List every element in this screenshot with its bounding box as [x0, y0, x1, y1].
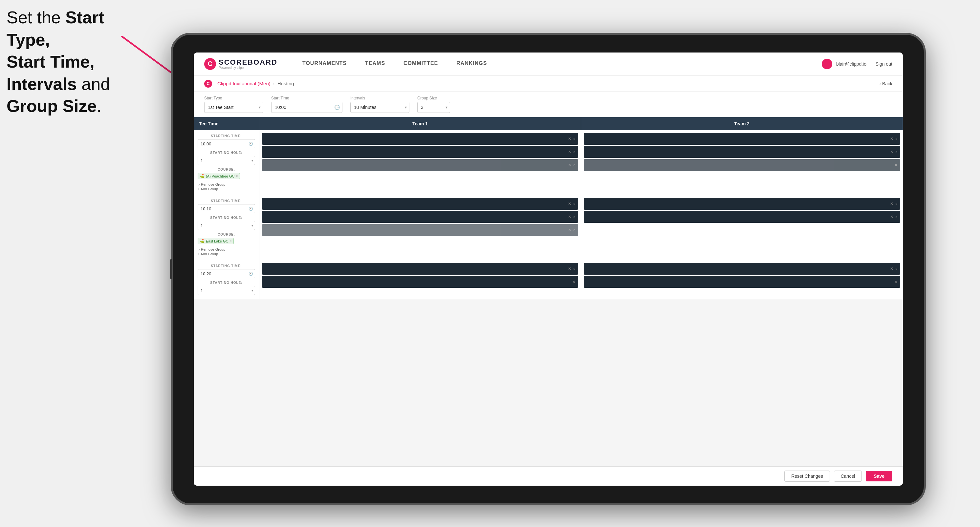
player-row-6-1: ✕ ○	[584, 263, 900, 275]
start-type-select[interactable]: 1st Tee Start Shotgun Start	[204, 102, 263, 113]
sign-out-link[interactable]: Sign out	[876, 61, 892, 67]
clock-icon-2: 🕙	[248, 207, 253, 211]
back-button[interactable]: ‹ Back	[879, 81, 892, 86]
start-type-select-wrap: 1st Tee Start Shotgun Start	[204, 102, 263, 113]
player-edit-5-1[interactable]: ○	[573, 267, 576, 271]
hole-select-2[interactable]: 1 10	[198, 221, 255, 230]
player-edit-2-2[interactable]: ○	[895, 150, 897, 154]
navbar: C SCOREBOARD Powered by clipp TOURNAMENT…	[194, 52, 903, 75]
course-label-2: COURSE:	[198, 233, 255, 236]
remove-group-1[interactable]: ○ Remove Group	[198, 183, 255, 186]
logo: C SCOREBOARD Powered by clipp	[204, 58, 277, 70]
starting-time-input-1[interactable]	[198, 139, 255, 148]
player-edit-1-2[interactable]: ○	[573, 150, 576, 154]
player-edit-3-2[interactable]: ○	[573, 214, 576, 219]
starting-time-wrap-1: 🕙	[198, 139, 255, 148]
player-row-4-2: ✕ ○	[584, 211, 900, 223]
player-edit-4-2[interactable]: ○	[895, 214, 897, 219]
player-remove-4-2[interactable]: ✕	[890, 214, 893, 219]
player-remove-1-1[interactable]: ✕	[568, 137, 571, 141]
group-row-3: STARTING TIME: 🕙 STARTING HOLE: 1 10	[194, 260, 903, 299]
save-button[interactable]: Save	[866, 471, 892, 481]
player-edit-1-1[interactable]: ○	[573, 137, 576, 141]
player-row-1-3: ✕ ○	[262, 159, 578, 171]
course-icon-2: ⛳	[200, 239, 205, 243]
annotation-text: Set the Start Type,Start Time,Intervals …	[6, 6, 111, 117]
start-time-label: Start Time	[271, 96, 342, 100]
add-group-1[interactable]: + Add Group	[198, 187, 255, 191]
player-edit-2-1[interactable]: ○	[895, 137, 897, 141]
player-row-4-1: ✕ ○	[584, 198, 900, 210]
course-tag-1: ⛳ (A) Peachtree GC ×	[198, 173, 240, 179]
player-row-2-1: ✕ ○	[584, 133, 900, 145]
course-remove-1[interactable]: ×	[236, 174, 238, 178]
tab-committee[interactable]: COMMITTEE	[394, 52, 447, 75]
intervals-select[interactable]: 10 Minutes 8 Minutes 12 Minutes	[350, 102, 409, 113]
tab-rankings[interactable]: RANKINGS	[447, 52, 496, 75]
player-remove-3-3[interactable]: ✕	[568, 228, 571, 232]
remove-group-icon-1: ○	[198, 183, 200, 186]
player-edit-6-1[interactable]: ○	[895, 267, 897, 271]
player-edit-3-1[interactable]: ○	[573, 202, 576, 206]
player-edit-4-1[interactable]: ○	[895, 202, 897, 206]
breadcrumb-separator: ›	[273, 81, 275, 86]
separator: |	[870, 61, 872, 67]
clock-icon: 🕙	[334, 105, 340, 110]
remove-group-2[interactable]: ○ Remove Group	[198, 248, 255, 251]
start-time-input-wrap: 🕙	[271, 102, 342, 113]
player-row-5-2: ✕	[262, 276, 578, 288]
col-team2: Team 2	[581, 117, 903, 130]
player-edit-1-3[interactable]: ○	[573, 163, 576, 167]
player-remove-1-2[interactable]: ✕	[568, 150, 571, 154]
hole-select-1[interactable]: 1 10	[198, 156, 255, 165]
start-time-input[interactable]	[271, 102, 342, 113]
course-remove-2[interactable]: ×	[229, 239, 231, 243]
starting-time-input-3[interactable]	[198, 269, 255, 278]
player-remove-2-2[interactable]: ✕	[890, 150, 893, 154]
settings-row: Start Type 1st Tee Start Shotgun Start S…	[194, 92, 903, 117]
player-remove-6-2[interactable]: ✕	[894, 279, 897, 284]
team2-panel-2: ✕ ○ ✕ ○	[581, 195, 903, 260]
group-size-select[interactable]: 3 2 4	[417, 102, 450, 113]
avatar	[822, 59, 832, 69]
player-remove-4-1[interactable]: ✕	[890, 202, 893, 206]
starting-time-label-2: STARTING TIME:	[198, 199, 255, 203]
player-remove-3-2[interactable]: ✕	[568, 214, 571, 219]
group-row-1: STARTING TIME: 🕙 STARTING HOLE: 1 10 COU…	[194, 130, 903, 195]
add-group-2[interactable]: + Add Group	[198, 252, 255, 256]
cancel-button[interactable]: Cancel	[834, 471, 862, 482]
nav-user: blair@clippd.io | Sign out	[822, 59, 892, 69]
starting-time-input-2[interactable]	[198, 204, 255, 213]
player-row-2-3: ✕	[584, 159, 900, 171]
player-row-1-1: ✕ ○	[262, 133, 578, 145]
tab-teams[interactable]: TEAMS	[356, 52, 394, 75]
player-row-3-1: ✕ ○	[262, 198, 578, 210]
main-content[interactable]: STARTING TIME: 🕙 STARTING HOLE: 1 10 COU…	[194, 130, 903, 466]
reset-changes-button[interactable]: Reset Changes	[784, 471, 830, 482]
hole-select-3[interactable]: 1 10	[198, 286, 255, 295]
course-name-1: (A) Peachtree GC	[206, 174, 234, 178]
player-row-3-2: ✕ ○	[262, 211, 578, 223]
player-remove-2-3[interactable]: ✕	[894, 163, 897, 167]
tab-tournaments[interactable]: TOURNAMENTS	[293, 52, 356, 75]
left-panel-3: STARTING TIME: 🕙 STARTING HOLE: 1 10	[194, 260, 259, 299]
intervals-label: Intervals	[350, 96, 409, 100]
player-remove-2-1[interactable]: ✕	[890, 137, 893, 141]
intervals-group: Intervals 10 Minutes 8 Minutes 12 Minute…	[350, 96, 409, 113]
player-remove-1-3[interactable]: ✕	[568, 163, 571, 167]
player-remove-6-1[interactable]: ✕	[890, 267, 893, 271]
player-row-2-2: ✕ ○	[584, 146, 900, 158]
player-remove-5-2[interactable]: ✕	[572, 279, 576, 284]
starting-hole-label-1: STARTING HOLE:	[198, 151, 255, 154]
player-remove-5-1[interactable]: ✕	[568, 267, 571, 271]
left-panel-2: STARTING TIME: 🕙 STARTING HOLE: 1 10 COU…	[194, 195, 259, 260]
player-row-6-2: ✕	[584, 276, 900, 288]
start-type-label: Start Type	[204, 96, 263, 100]
team2-panel-1: ✕ ○ ✕ ○ ✕	[581, 130, 903, 195]
player-edit-3-3[interactable]: ○	[573, 228, 576, 232]
logo-text-block: SCOREBOARD Powered by clipp	[219, 58, 277, 70]
action-links-2: ○ Remove Group + Add Group	[198, 248, 255, 256]
breadcrumb-tournament[interactable]: Clippd Invitational (Men)	[217, 81, 270, 86]
player-remove-3-1[interactable]: ✕	[568, 202, 571, 206]
logo-name: SCOREBOARD	[219, 58, 277, 67]
